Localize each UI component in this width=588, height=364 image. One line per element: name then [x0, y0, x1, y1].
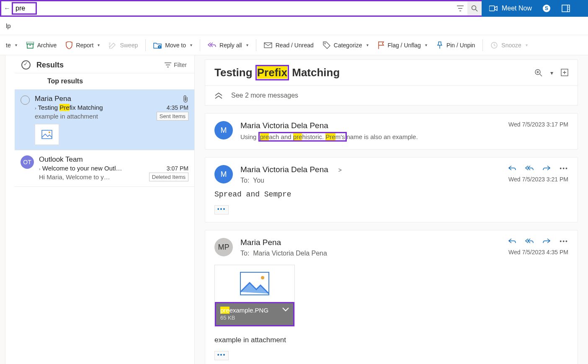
- search-filter-icon[interactable]: [453, 1, 467, 15]
- message-date: Wed 7/5/2023 4:35 PM: [508, 249, 568, 256]
- meet-now-button[interactable]: Meet Now: [489, 5, 532, 12]
- search-button[interactable]: [467, 1, 482, 15]
- chevron-down-icon: ▾: [190, 43, 192, 47]
- zoom-button[interactable]: [534, 69, 543, 77]
- mail-time: 4:35 PM: [167, 104, 188, 111]
- message-subject-header: Testing Prefix Matching ▾: [205, 59, 578, 86]
- search-box[interactable]: [12, 2, 37, 15]
- flag-icon: [378, 41, 384, 49]
- shield-icon: [66, 41, 72, 49]
- message-from: Maria Victoria Dela Pena: [240, 165, 328, 174]
- select-all-checkbox[interactable]: [21, 60, 31, 70]
- reading-pane: Testing Prefix Matching ▾ See 2 more mes…: [195, 55, 588, 364]
- reply-all-icon[interactable]: [525, 238, 534, 244]
- message-body: example in attachment: [214, 336, 568, 344]
- move-to-button[interactable]: Move to▾: [149, 39, 196, 51]
- attachment-card[interactable]: preexample.PNG 65 KB: [214, 265, 295, 327]
- attachment-filename: preexample.PNG: [220, 307, 289, 314]
- top-results-header: Top results: [15, 73, 194, 90]
- message-card-collapsed[interactable]: M Maria Victoria Dela Pena Using preach …: [205, 113, 578, 150]
- mail-time: 3:07 PM: [167, 165, 188, 172]
- show-trimmed-button[interactable]: •••: [214, 205, 229, 214]
- results-header: Results Filter: [15, 55, 194, 73]
- svg-rect-16: [42, 130, 52, 139]
- attachment-preview: [215, 265, 294, 302]
- chevron-down-icon: ▾: [98, 43, 100, 47]
- meet-now-label: Meet Now: [502, 5, 532, 12]
- sender-name: Outlook Team: [39, 155, 83, 164]
- folder-pane-collapsed[interactable]: [0, 55, 5, 364]
- sender-avatar: M: [214, 165, 233, 183]
- chevron-down-icon: ▾: [246, 43, 248, 47]
- reply-all-button[interactable]: Reply all▾: [204, 39, 253, 51]
- svg-rect-2: [489, 6, 495, 11]
- message-date: Wed 7/5/2023 3:21 PM: [508, 176, 568, 183]
- open-in-new-window-icon[interactable]: [561, 69, 568, 77]
- mail-item[interactable]: Maria Pena › Testing Prefix Matching 4:3…: [15, 90, 194, 150]
- search-input[interactable]: [15, 5, 33, 12]
- skype-icon[interactable]: S: [542, 4, 551, 13]
- show-trimmed-button[interactable]: •••: [214, 351, 229, 360]
- forward-icon[interactable]: [543, 165, 550, 171]
- read-unread-button[interactable]: Read / Unread: [260, 39, 318, 51]
- svg-point-17: [49, 132, 50, 133]
- pin-unpin-button[interactable]: Pin / Unpin: [432, 39, 479, 52]
- reply-all-icon: [208, 42, 216, 48]
- chevron-down-icon: ▾: [15, 43, 17, 47]
- chevron-down-icon: ▾: [425, 43, 427, 47]
- archive-icon: [26, 42, 34, 49]
- sender-avatar: OT: [21, 155, 34, 169]
- reply-icon[interactable]: [508, 165, 516, 171]
- message-card: M Maria Victoria Dela Pena > To: You: [205, 157, 578, 222]
- clock-icon: [490, 41, 498, 49]
- chevron-down-icon: ▾: [526, 43, 528, 47]
- attachment-thumbnail[interactable]: [35, 124, 59, 145]
- sweep-icon: [109, 42, 116, 49]
- svg-text:S: S: [545, 5, 548, 11]
- message-to: To: You: [240, 177, 501, 184]
- video-icon: [489, 5, 498, 11]
- folder-move-icon: [153, 42, 162, 49]
- mail-subject: › Welcome to your new Outl…: [39, 165, 122, 172]
- envelope-icon: [264, 42, 272, 48]
- flag-unflag-button[interactable]: Flag / Unflag▾: [374, 39, 431, 52]
- separator: [200, 39, 200, 51]
- report-button[interactable]: Report▾: [62, 39, 104, 52]
- expand-recipients-icon[interactable]: >: [338, 167, 342, 173]
- reply-icon[interactable]: [508, 238, 516, 244]
- help-tab-partial[interactable]: lp: [3, 21, 13, 31]
- chevron-down-icon[interactable]: ▾: [550, 70, 553, 76]
- chevron-right-icon: ›: [39, 166, 41, 171]
- chevron-right-icon: ›: [35, 106, 36, 111]
- more-actions-icon[interactable]: •••: [560, 238, 568, 245]
- svg-rect-10: [27, 44, 33, 48]
- results-title: Results: [36, 61, 159, 70]
- svg-point-0: [472, 6, 476, 10]
- onenote-icon[interactable]: [561, 4, 570, 13]
- message-snippet: Using preach and prehistoric. Prem's nam…: [240, 132, 501, 142]
- message-to: To: Maria Victoria Dela Pena: [240, 250, 501, 257]
- filter-button[interactable]: Filter: [165, 62, 187, 68]
- title-bar-right: Meet Now S: [482, 0, 588, 17]
- delete-button[interactable]: te▾: [2, 39, 21, 51]
- attachment-chevron-icon[interactable]: [282, 307, 289, 312]
- message-from: Maria Pena: [240, 238, 501, 247]
- chevron-down-icon: ▾: [366, 43, 369, 47]
- reply-all-icon[interactable]: [525, 165, 534, 171]
- forward-icon[interactable]: [543, 238, 550, 244]
- main-area: Results Filter Top results Maria Pena ›: [0, 55, 588, 364]
- separator: [256, 39, 256, 51]
- sweep-button: Sweep: [105, 39, 142, 51]
- categorize-button[interactable]: Categorize▾: [319, 39, 373, 52]
- back-arrow-icon[interactable]: ←: [1, 5, 13, 12]
- attachment-icon: [183, 95, 188, 103]
- results-pane: Results Filter Top results Maria Pena ›: [15, 55, 195, 364]
- mail-item[interactable]: OT Outlook Team › Welcome to your new Ou…: [15, 150, 194, 187]
- sender-avatar: M: [214, 121, 233, 139]
- see-more-messages-button[interactable]: See 2 more messages: [205, 85, 578, 106]
- select-checkbox[interactable]: [21, 96, 30, 105]
- more-actions-icon[interactable]: •••: [560, 165, 568, 172]
- folder-badge: Sent Items: [157, 112, 188, 121]
- svg-rect-5: [562, 5, 570, 12]
- archive-button[interactable]: Archive: [22, 39, 61, 51]
